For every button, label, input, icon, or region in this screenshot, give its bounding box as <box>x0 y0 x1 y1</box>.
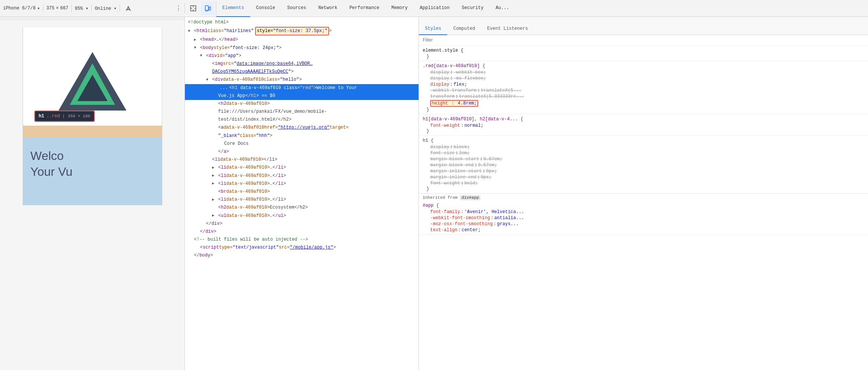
li-5-line[interactable]: ▶ <li data-v-469af010 >… </li> <box>185 196 419 204</box>
tab-application[interactable]: Application <box>414 0 456 17</box>
comment-line[interactable]: <!-- built files will be auto injected -… <box>185 236 419 244</box>
tab-security-label: Security <box>462 5 484 11</box>
html-expand[interactable]: ▼ <box>188 28 194 34</box>
tab-console[interactable]: Console <box>250 0 281 17</box>
subtab-styles-label: Styles <box>425 26 441 31</box>
h1-h2-selector: h1[data-v-469af010], h2[data-v-4... { <box>423 116 864 123</box>
inherited-element-tag: div#app <box>460 195 480 200</box>
vue-logo <box>55 43 130 118</box>
div-app-expand[interactable]: ▼ <box>200 53 206 59</box>
more-options-btn[interactable]: ⋮ <box>175 5 182 12</box>
preview-scrollbar[interactable] <box>0 17 185 20</box>
close-div-app[interactable]: </div> <box>185 228 419 236</box>
sensor-icon <box>125 5 131 11</box>
close-div-hello[interactable]: </div> <box>185 220 419 228</box>
network-dropdown-icon: ▾ <box>114 6 117 11</box>
device-selector[interactable]: iPhone 6/7/8 ▾ <box>3 6 40 11</box>
h1-margin-block-start-rule: margin-block-start : 0.67em; <box>423 156 864 162</box>
device-name: iPhone 6/7/8 <box>3 6 35 11</box>
red-rule-section: .red[data-v-469af010] { display : -webki… <box>419 61 868 114</box>
li-4-line[interactable]: ▶ <li data-v-469af010 >… </li> <box>185 180 419 188</box>
tab-audit[interactable]: Au... <box>489 0 515 17</box>
core-docs-line[interactable]: Core Docs <box>185 140 419 148</box>
file-path-line2[interactable]: test/dist/index.html#/</h2> <box>185 116 419 124</box>
top-toolbar: iPhone 6/7/8 ▾ 375 × 667 95% ▾ Online ▾ … <box>0 0 868 17</box>
tab-sources-label: Sources <box>287 5 306 11</box>
tab-elements-label: Elements <box>222 5 244 11</box>
div-hello-expand[interactable]: ▼ <box>206 77 212 83</box>
h1-h2-rule-close: } <box>423 129 864 134</box>
a-close-line[interactable]: </a> <box>185 148 419 156</box>
mobile-frame: h1 ..red | 359 × 180 WelcoYour Vu <box>23 28 162 205</box>
inherited-text: Inherited from <box>423 195 457 200</box>
inspect-icon <box>190 5 197 12</box>
svg-rect-7 <box>209 7 211 10</box>
html-tag-line[interactable]: ▼ <html class="hairlines" style="font-si… <box>185 26 419 36</box>
h1-rule-close: } <box>423 186 864 192</box>
zoom-value: 95% <box>75 6 83 11</box>
subtab-styles[interactable]: Styles <box>419 23 447 35</box>
li-2-line[interactable]: ▶ <li data-v-469af010 >… </li> <box>185 164 419 172</box>
h1-font-weight-rule: font-weight : bold; <box>423 180 864 186</box>
div-app-line[interactable]: ▼ <div id="app" > <box>185 52 419 60</box>
li-1-line[interactable]: <li data-v-469af010 ></li> <box>185 156 419 164</box>
zoom-dropdown-icon: ▾ <box>86 6 88 11</box>
app-rule-section: #app { font-family : 'Avenir', Helvetica… <box>419 201 868 235</box>
html-doctype-line[interactable]: <!doctype html> <box>185 18 419 26</box>
script-line[interactable]: <script type="text/javascript" src="/mob… <box>185 244 419 252</box>
tab-performance-label: Performance <box>349 5 379 11</box>
style-rule-ms-flexbox: display : -ms-flexbox; <box>423 75 864 81</box>
sensor-icon-btn[interactable] <box>123 3 134 14</box>
red-selector: .red[data-v-469af010] { <box>423 63 864 69</box>
styles-panel: Styles Computed Event Listeners element.… <box>419 17 868 370</box>
tab-performance[interactable]: Performance <box>343 0 385 17</box>
a-tag-line[interactable]: ▶ <a data-v-469af010 href="https://vuejs… <box>185 124 419 132</box>
tab-console-label: Console <box>256 5 275 11</box>
app-selector: #app { <box>423 202 864 209</box>
li-3-line[interactable]: ▶ <li data-v-469af010 >… </li> <box>185 172 419 180</box>
tab-memory[interactable]: Memory <box>385 0 414 17</box>
welcome-area: WelcoYour Vu <box>23 137 162 205</box>
body-expand[interactable]: ▼ <box>194 45 200 51</box>
app-moz-smoothing-rule: -moz-osx-font-smoothing : grays... <box>423 221 864 227</box>
tab-elements[interactable]: Elements <box>216 0 250 17</box>
style-rule-flex: display : flex; <box>423 81 864 88</box>
tab-security[interactable]: Security <box>456 0 490 17</box>
head-line[interactable]: ▶ <head> … </head> <box>185 36 419 44</box>
img-line-2[interactable]: DACog5YM65zugAAAAElFTkSuQmCC"> <box>185 68 419 76</box>
device-mode-btn[interactable] <box>201 2 214 15</box>
element-style-section: element.style { } <box>419 46 868 61</box>
br-line[interactable]: ▶ <br data-v-469af010 > <box>185 188 419 196</box>
subtab-event-listeners[interactable]: Event Listeners <box>481 23 534 35</box>
subtab-event-listeners-label: Event Listeners <box>487 26 528 31</box>
network-selector[interactable]: Online ▾ <box>95 6 117 11</box>
tab-network[interactable]: Network <box>312 0 343 17</box>
zoom-selector[interactable]: 95% ▾ <box>75 6 88 11</box>
device-dropdown-icon: ▾ <box>37 6 40 11</box>
h1-selected-line[interactable]: ▶ ... <h1 data-v-469af010 class="red">We… <box>185 84 419 92</box>
ul-line[interactable]: ▶ <ul data-v-469af010 >… </ul> <box>185 212 419 220</box>
subtab-computed[interactable]: Computed <box>447 23 481 35</box>
device-toolbar: iPhone 6/7/8 ▾ 375 × 667 95% ▾ Online ▾ … <box>0 3 185 14</box>
times-symbol: × <box>56 6 58 11</box>
h1-margin-block-end-rule: margin-block-end : 0.67em; <box>423 162 864 168</box>
inspect-element-btn[interactable] <box>186 2 200 15</box>
h1-selected-line-2[interactable]: Vue.js App</h1> == $0 <box>185 92 419 100</box>
a-tag-line2[interactable]: "_blank" class="hhh" > <box>185 132 419 140</box>
h2-line[interactable]: ▶ <h2 data-v-469af010 > <box>185 100 419 108</box>
inherited-from-label: Inherited from div#app <box>419 194 868 201</box>
tab-sources[interactable]: Sources <box>281 0 312 17</box>
tab-audit-label: Au... <box>496 5 509 11</box>
toolbar-divider-4 <box>120 5 120 12</box>
browser-preview: h1 ..red | 359 × 180 WelcoYour Vu <box>0 17 185 370</box>
toolbar-divider-1 <box>43 5 43 12</box>
head-expand[interactable]: ▶ <box>194 37 200 43</box>
close-body-line[interactable]: </body> <box>185 252 419 260</box>
div-hello-line[interactable]: ▼ <div data-v-469af010 class="hello" > <box>185 76 419 84</box>
h1-more[interactable]: ... <box>220 84 228 92</box>
h2-ecosystem-line[interactable]: ▶ <h2 data-v-469af010 >Ecosystem </h2> <box>185 204 419 212</box>
body-line[interactable]: ▼ <body style="font-size: 24px;" > <box>185 44 419 52</box>
img-line[interactable]: ▶ <img src="data:image/png;base64,iVBOR… <box>185 60 419 68</box>
styles-filter-input[interactable] <box>423 37 864 43</box>
file-path-line1[interactable]: file:///Users/pankai/FX/vue_demo/mobile- <box>185 108 419 116</box>
